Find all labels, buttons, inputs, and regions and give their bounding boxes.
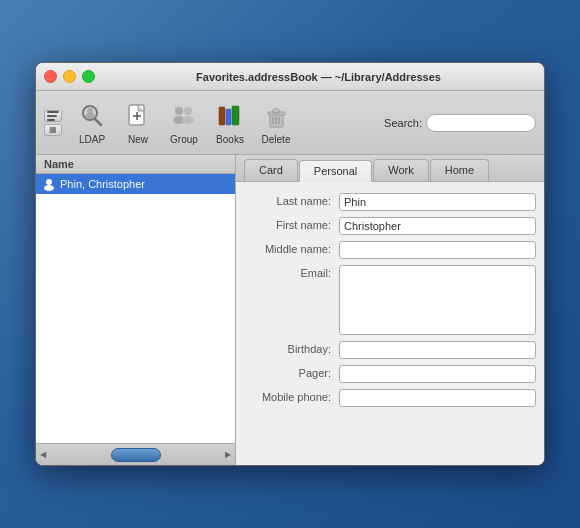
sidebar-right-arrow[interactable]: ▶	[225, 450, 231, 459]
minimize-button[interactable]	[63, 70, 76, 83]
search-area: Search:	[384, 114, 536, 132]
contact-list: Phin, Christopher	[36, 174, 235, 443]
email-row: Email:	[236, 262, 544, 338]
svg-point-10	[182, 116, 194, 124]
card-small-label: ▦	[49, 125, 57, 134]
line1	[47, 111, 59, 113]
tab-home[interactable]: Home	[430, 159, 489, 181]
contact-icon	[42, 177, 56, 191]
email-label: Email:	[244, 265, 339, 279]
toolbar: ▦ LDAP	[36, 91, 544, 155]
delete-icon	[260, 100, 292, 132]
pager-label: Pager:	[244, 365, 339, 379]
group-svg	[170, 102, 198, 130]
contact-row[interactable]: Phin, Christopher	[36, 174, 235, 194]
sidebar: Name Phin, Christopher ◀ ▶	[36, 155, 236, 465]
line2	[47, 115, 57, 117]
address-book-window: Favorites.addressBook — ~/Library/Addres…	[35, 62, 545, 466]
new-svg	[124, 102, 152, 130]
ldap-label: LDAP	[79, 134, 105, 145]
search-input[interactable]	[426, 114, 536, 132]
ldap-button[interactable]: LDAP	[70, 97, 114, 148]
mobile-phone-row: Mobile phone:	[236, 386, 544, 410]
svg-rect-13	[232, 106, 239, 125]
pager-row: Pager:	[236, 362, 544, 386]
group-button[interactable]: Group	[162, 97, 206, 148]
toolbar-left-icons: ▦	[44, 110, 62, 136]
svg-rect-11	[219, 107, 225, 125]
line3	[47, 119, 55, 121]
form-area: Last name: First name: Middle name: Emai…	[236, 182, 544, 465]
sidebar-footer: ◀ ▶	[36, 443, 235, 465]
svg-line-1	[95, 119, 101, 125]
mobile-phone-input[interactable]	[339, 389, 536, 407]
svg-point-20	[46, 179, 52, 185]
last-name-input[interactable]	[339, 193, 536, 211]
ldap-svg	[78, 102, 106, 130]
books-label: Books	[216, 134, 244, 145]
last-name-label: Last name:	[244, 193, 339, 207]
new-label: New	[128, 134, 148, 145]
email-input[interactable]	[339, 265, 536, 335]
svg-point-21	[44, 185, 54, 191]
middle-name-row: Middle name:	[236, 238, 544, 262]
svg-rect-12	[226, 109, 231, 125]
mobile-phone-label: Mobile phone:	[244, 389, 339, 403]
delete-button[interactable]: Delete	[254, 97, 298, 148]
close-button[interactable]	[44, 70, 57, 83]
first-name-input[interactable]	[339, 217, 536, 235]
books-icon	[214, 100, 246, 132]
tab-card[interactable]: Card	[244, 159, 298, 181]
delete-label: Delete	[262, 134, 291, 145]
birthday-row: Birthday:	[236, 338, 544, 362]
search-label: Search:	[384, 117, 422, 129]
books-svg	[216, 102, 244, 130]
middle-name-label: Middle name:	[244, 241, 339, 255]
ldap-icon	[76, 100, 108, 132]
sidebar-scrollbar[interactable]	[111, 448, 161, 462]
books-button[interactable]: Books	[208, 97, 252, 148]
group-label: Group	[170, 134, 198, 145]
titlebar: Favorites.addressBook — ~/Library/Addres…	[36, 63, 544, 91]
new-icon	[122, 100, 154, 132]
lines-icon	[43, 107, 63, 125]
first-name-label: First name:	[244, 217, 339, 231]
delete-svg	[262, 102, 290, 130]
window-title: Favorites.addressBook — ~/Library/Addres…	[101, 71, 536, 83]
first-name-row: First name:	[236, 214, 544, 238]
birthday-input[interactable]	[339, 341, 536, 359]
tab-work[interactable]: Work	[373, 159, 428, 181]
svg-point-3	[86, 113, 95, 119]
contact-name: Phin, Christopher	[60, 178, 145, 190]
list-icon[interactable]	[44, 110, 62, 122]
svg-point-9	[184, 107, 192, 115]
tab-personal[interactable]: Personal	[299, 160, 372, 182]
detail-pane: Card Personal Work Home Last name: First…	[236, 155, 544, 465]
sidebar-header: Name	[36, 155, 235, 174]
last-name-row: Last name:	[236, 190, 544, 214]
birthday-label: Birthday:	[244, 341, 339, 355]
main-content: Name Phin, Christopher ◀ ▶	[36, 155, 544, 465]
new-button[interactable]: New	[116, 97, 160, 148]
person-icon	[42, 177, 56, 191]
svg-point-7	[175, 107, 183, 115]
pager-input[interactable]	[339, 365, 536, 383]
zoom-button[interactable]	[82, 70, 95, 83]
group-icon	[168, 100, 200, 132]
card-small-icon[interactable]: ▦	[44, 124, 62, 136]
tab-bar: Card Personal Work Home	[236, 155, 544, 182]
sidebar-left-arrow[interactable]: ◀	[40, 450, 46, 459]
middle-name-input[interactable]	[339, 241, 536, 259]
